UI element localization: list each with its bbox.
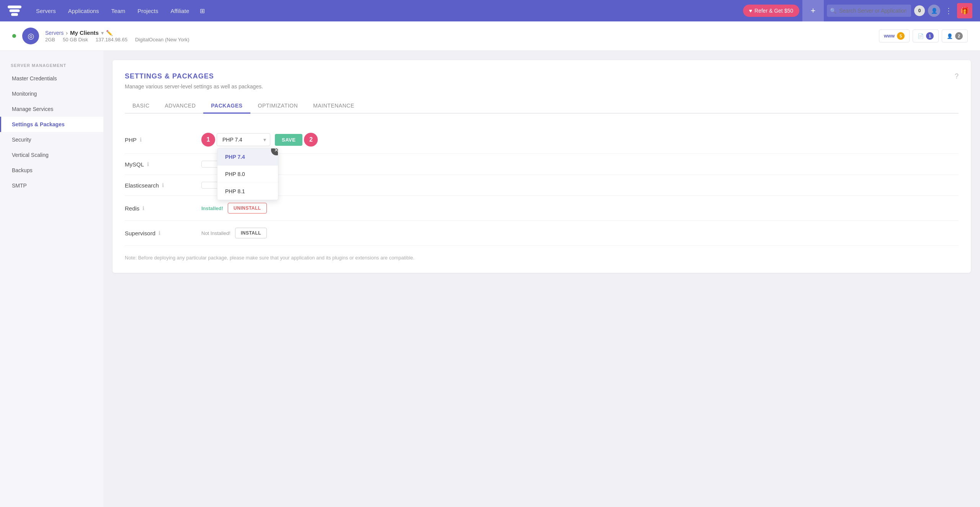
supervisord-status: Not Installed! bbox=[201, 230, 230, 236]
users-icon: 👤 bbox=[947, 33, 953, 39]
php-option-74[interactable]: PHP 7.4 bbox=[217, 148, 278, 166]
server-avatar: ◎ bbox=[22, 28, 39, 44]
sidebar-section-title: Server Management bbox=[0, 59, 103, 71]
avatar[interactable]: 👤 bbox=[928, 5, 940, 17]
php-label-text: PHP bbox=[125, 137, 137, 143]
edit-icon[interactable]: ✏️ bbox=[106, 30, 113, 36]
gift-button[interactable]: 🎁 bbox=[957, 3, 972, 18]
server-provider: DigitalOcean (New York) bbox=[135, 37, 189, 42]
breadcrumb: Servers › My Clients ▾ ✏️ bbox=[45, 29, 189, 36]
package-note: Note: Before deploying any particular pa… bbox=[125, 255, 959, 261]
sidebar-item-manage-services[interactable]: Manage Services bbox=[0, 101, 103, 117]
www-icon: www bbox=[884, 33, 895, 39]
add-button[interactable]: + bbox=[802, 0, 824, 21]
tabs: BASIC ADVANCED PACKAGES OPTIMIZATION MAI… bbox=[125, 99, 959, 114]
server-disk: 50 GB Disk bbox=[63, 37, 88, 42]
notification-badge[interactable]: 0 bbox=[914, 5, 925, 16]
server-status-dot bbox=[12, 34, 16, 38]
supervisord-label-text: Supervisord bbox=[125, 230, 155, 236]
tab-basic[interactable]: BASIC bbox=[125, 99, 157, 114]
server-ram: 2GB bbox=[45, 37, 55, 42]
redis-label: Redis ℹ bbox=[125, 205, 201, 212]
elasticsearch-label: Elasticsearch ℹ bbox=[125, 182, 201, 189]
breadcrumb-servers[interactable]: Servers bbox=[45, 30, 64, 36]
tab-maintenance[interactable]: MAINTENANCE bbox=[305, 99, 362, 114]
nav-servers[interactable]: Servers bbox=[31, 5, 61, 17]
server-name: My Clients bbox=[70, 29, 99, 36]
mysql-label-text: MySQL bbox=[125, 161, 144, 168]
mysql-info-icon[interactable]: ℹ bbox=[147, 161, 149, 167]
redis-value: Installed! UNINSTALL bbox=[201, 203, 959, 214]
server-info-left: ◎ Servers › My Clients ▾ ✏️ 2GB 50 GB Di… bbox=[12, 28, 189, 44]
users-count: 2 bbox=[955, 32, 963, 40]
php-label: PHP ℹ bbox=[125, 137, 201, 143]
sidebar-item-backups[interactable]: Backups bbox=[0, 163, 103, 178]
server-ip: 137.184.98.65 bbox=[96, 37, 127, 42]
server-info: Servers › My Clients ▾ ✏️ 2GB 50 GB Disk… bbox=[45, 29, 189, 42]
breadcrumb-separator: › bbox=[66, 30, 68, 36]
tab-packages[interactable]: PACKAGES bbox=[203, 99, 250, 114]
stat-badge-sites[interactable]: www 5 bbox=[879, 29, 910, 42]
more-icon[interactable]: ⋮ bbox=[943, 5, 954, 17]
sidebar-item-master-credentials[interactable]: Master Credentials bbox=[0, 71, 103, 86]
heart-icon: ♥ bbox=[749, 8, 752, 14]
php-version-select[interactable]: PHP 7.4 ✕ PHP 7.4 PHP 8.0 PHP 8.1 bbox=[217, 133, 270, 146]
elasticsearch-label-text: Elasticsearch bbox=[125, 182, 159, 189]
supervisord-install-button[interactable]: INSTALL bbox=[235, 228, 267, 238]
svg-rect-1 bbox=[10, 9, 20, 12]
server-bar: ◎ Servers › My Clients ▾ ✏️ 2GB 50 GB Di… bbox=[0, 21, 980, 51]
php-option-81[interactable]: PHP 8.1 bbox=[217, 183, 278, 200]
main-layout: Server Management Master Credentials Mon… bbox=[0, 51, 980, 507]
php-select-wrapper: 1 PHP 7.4 ✕ PHP 7.4 PHP 8.0 PHP 8.1 bbox=[201, 133, 318, 147]
supervisord-info-icon[interactable]: ℹ bbox=[158, 230, 160, 236]
redis-status: Installed! bbox=[201, 205, 223, 211]
sidebar-item-monitoring[interactable]: Monitoring bbox=[0, 86, 103, 101]
sidebar-item-smtp[interactable]: SMTP bbox=[0, 178, 103, 193]
redis-info-icon[interactable]: ℹ bbox=[142, 205, 144, 211]
step-1-circle: 1 bbox=[201, 133, 215, 147]
refer-button[interactable]: ♥ Refer & Get $50 bbox=[743, 5, 799, 17]
redis-label-text: Redis bbox=[125, 205, 139, 212]
php-info-icon[interactable]: ℹ bbox=[140, 137, 142, 143]
content: SETTINGS & PACKAGES Manage various serve… bbox=[103, 51, 980, 507]
mysql-value bbox=[201, 161, 959, 168]
tab-optimization[interactable]: OPTIMIZATION bbox=[250, 99, 306, 114]
supervisord-label: Supervisord ℹ bbox=[125, 230, 201, 236]
nav-projects[interactable]: Projects bbox=[132, 5, 163, 17]
card-title: SETTINGS & PACKAGES bbox=[125, 72, 959, 80]
supervisord-value: Not Installed! INSTALL bbox=[201, 228, 959, 238]
nav-affiliate[interactable]: Affiliate bbox=[165, 5, 194, 17]
sidebar: Server Management Master Credentials Mon… bbox=[0, 51, 103, 507]
card-subtitle: Manage various server-level settings as … bbox=[125, 83, 959, 90]
elasticsearch-info-icon[interactable]: ℹ bbox=[162, 182, 164, 188]
grid-icon[interactable]: ⊞ bbox=[196, 4, 209, 18]
sites-count: 5 bbox=[897, 32, 905, 40]
elasticsearch-value bbox=[201, 182, 959, 189]
package-row-php: PHP ℹ 1 PHP 7.4 ✕ PHP 7.4 bbox=[125, 126, 959, 154]
nav-team[interactable]: Team bbox=[106, 5, 131, 17]
help-icon[interactable]: ? bbox=[955, 72, 959, 80]
files-count: 1 bbox=[926, 32, 934, 40]
svg-rect-0 bbox=[8, 6, 21, 8]
save-button[interactable]: SAVE bbox=[275, 134, 302, 146]
nav-applications[interactable]: Applications bbox=[63, 5, 105, 17]
topnav-right: ♥ Refer & Get $50 + 🔍 0 👤 ⋮ 🎁 bbox=[743, 0, 972, 21]
search-input[interactable] bbox=[827, 5, 911, 17]
php-option-80[interactable]: PHP 8.0 bbox=[217, 166, 278, 183]
stat-badge-users[interactable]: 👤 2 bbox=[942, 29, 968, 42]
logo[interactable] bbox=[8, 4, 21, 18]
package-row-supervisord: Supervisord ℹ Not Installed! INSTALL bbox=[125, 221, 959, 246]
stat-badge-files[interactable]: 📄 1 bbox=[913, 29, 939, 42]
redis-uninstall-button[interactable]: UNINSTALL bbox=[228, 203, 267, 214]
php-dropdown-menu: ✕ PHP 7.4 PHP 8.0 PHP 8.1 bbox=[217, 148, 278, 200]
sidebar-item-settings-packages[interactable]: Settings & Packages bbox=[0, 117, 103, 132]
files-icon: 📄 bbox=[918, 33, 924, 39]
tab-advanced[interactable]: ADVANCED bbox=[157, 99, 204, 114]
topnav: Servers Applications Team Projects Affil… bbox=[0, 0, 980, 21]
server-details: 2GB 50 GB Disk 137.184.98.65 DigitalOcea… bbox=[45, 37, 189, 42]
sidebar-item-vertical-scaling[interactable]: Vertical Scaling bbox=[0, 147, 103, 163]
sidebar-item-security[interactable]: Security bbox=[0, 132, 103, 147]
mysql-label: MySQL ℹ bbox=[125, 161, 201, 168]
server-bar-right: www 5 📄 1 👤 2 bbox=[879, 29, 968, 42]
server-dropdown-icon[interactable]: ▾ bbox=[101, 30, 104, 36]
